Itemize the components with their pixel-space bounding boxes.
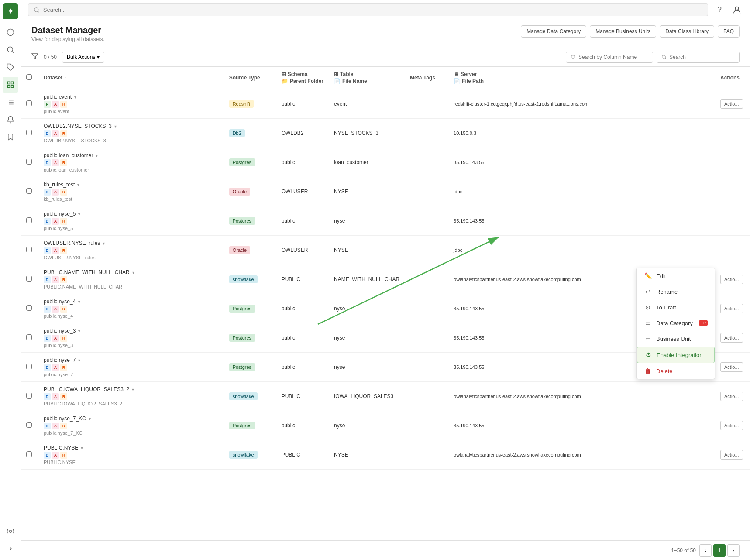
th-schema[interactable]: ⊞ Schema 📁 Parent Folder: [276, 67, 329, 89]
actions-button[interactable]: Actio...: [720, 99, 743, 109]
row-checkbox[interactable]: [26, 217, 32, 223]
select-all-checkbox[interactable]: [26, 74, 32, 80]
row-checkbox[interactable]: [26, 159, 32, 165]
expand-chevron[interactable]: ▾: [78, 329, 80, 333]
search-column-input[interactable]: [578, 54, 644, 60]
sidebar-item-explore[interactable]: [3, 42, 18, 58]
row-checkbox[interactable]: [26, 276, 32, 282]
row-checkbox[interactable]: [26, 393, 32, 399]
actions-button[interactable]: Actio...: [720, 392, 743, 401]
menu-item-label: Delete: [656, 368, 673, 374]
svg-line-22: [574, 58, 575, 59]
actions-button[interactable]: Actio...: [720, 304, 743, 313]
sidebar-expand-button[interactable]: [3, 541, 18, 557]
metatags-cell: [405, 382, 448, 411]
tag-badge: R: [60, 423, 67, 429]
expand-chevron[interactable]: ▾: [103, 241, 105, 246]
table-cell: nyse: [329, 323, 405, 353]
svg-point-21: [571, 55, 575, 59]
expand-chevron[interactable]: ▾: [77, 182, 79, 187]
sidebar-item-tag[interactable]: [3, 59, 18, 75]
context-menu-item[interactable]: ↩Rename: [637, 284, 715, 299]
bulk-actions-button[interactable]: Bulk Actions ▾: [62, 52, 104, 63]
row-checkbox[interactable]: [26, 247, 32, 252]
actions-button[interactable]: Actio...: [720, 421, 743, 430]
manage-data-category-button[interactable]: Manage Data Category: [521, 25, 586, 38]
actions-button[interactable]: Actio...: [720, 333, 743, 343]
tag-badge: R: [60, 247, 67, 254]
th-dataset[interactable]: Dataset ↑: [38, 67, 224, 89]
row-checkbox[interactable]: [26, 364, 32, 369]
svg-point-3: [7, 47, 13, 52]
th-server[interactable]: 🖥 Server 📄 File Path: [448, 67, 715, 89]
context-menu-item[interactable]: ⊙To Draft: [637, 299, 715, 315]
expand-chevron[interactable]: ▾: [132, 270, 134, 275]
search-box[interactable]: [657, 52, 740, 63]
metatags-cell: [405, 323, 448, 353]
server-cell: owlanalyticspartner.us-east-2.aws.snowfl…: [448, 440, 715, 470]
expand-chevron[interactable]: ▾: [89, 416, 91, 421]
global-search-box[interactable]: [28, 3, 708, 16]
sidebar-item-grid[interactable]: [3, 77, 18, 93]
search-column-box[interactable]: [566, 52, 653, 63]
actions-button[interactable]: Actio...: [720, 362, 743, 372]
actions-button[interactable]: Actio...: [720, 275, 743, 284]
row-checkbox[interactable]: [26, 305, 32, 311]
sidebar-item-settings[interactable]: [3, 523, 18, 539]
help-icon[interactable]: ?: [713, 4, 726, 16]
row-checkbox[interactable]: [26, 422, 32, 428]
action-cell: Actio...: [715, 440, 750, 470]
th-table[interactable]: ⊞ Table 📄 File Name: [329, 67, 405, 89]
manage-business-units-button[interactable]: Manage Business Units: [590, 25, 656, 38]
row-checkbox[interactable]: [26, 130, 32, 135]
row-checkbox[interactable]: [26, 334, 32, 340]
table-row: OWLDB2.NYSE_STOCKS_3 ▾ DAR OWLDB2.NYSE_S…: [21, 119, 750, 148]
sidebar-item-list[interactable]: [3, 94, 18, 110]
sidebar-item-saved[interactable]: [3, 129, 18, 145]
action-cell: [715, 236, 750, 265]
th-meta-tags[interactable]: Meta Tags: [405, 67, 448, 89]
context-menu-item[interactable]: 🗑Delete: [637, 363, 715, 379]
row-checkbox[interactable]: [26, 451, 32, 457]
search-input[interactable]: [669, 54, 735, 60]
dataset-name: PUBLIC.IOWA_LIQUOR_SALES3_2 ▾: [44, 386, 219, 392]
filter-icon[interactable]: [31, 53, 38, 62]
server-cell: redshift-cluster-1.cctgcqxphjfd.us-east-…: [448, 89, 715, 119]
context-menu-item[interactable]: ▭Data CategoryTP: [637, 315, 715, 331]
expand-chevron[interactable]: ▾: [114, 124, 117, 129]
app-logo[interactable]: ✦: [3, 3, 18, 19]
faq-button[interactable]: FAQ: [718, 25, 740, 38]
expand-chevron[interactable]: ▾: [132, 387, 134, 392]
prev-page-button[interactable]: ‹: [699, 544, 712, 557]
expand-chevron[interactable]: ▾: [96, 153, 98, 158]
tag-badge: R: [60, 276, 67, 283]
context-menu-item[interactable]: ⚙Enable Integration: [637, 347, 715, 363]
dataset-name: public.event ▾: [44, 94, 219, 100]
actions-button[interactable]: Actio...: [720, 450, 743, 460]
row-checkbox-cell: [21, 382, 38, 411]
global-search-input[interactable]: [43, 7, 702, 13]
expand-chevron[interactable]: ▾: [78, 212, 80, 216]
user-icon[interactable]: [731, 4, 743, 16]
sidebar-item-notifications[interactable]: [3, 112, 18, 127]
th-source-type[interactable]: Source Type: [224, 67, 276, 89]
dataset-name: public.nyse_3 ▾: [44, 328, 219, 334]
tag-badge: D: [44, 130, 51, 137]
sidebar-item-home[interactable]: [3, 24, 18, 40]
next-page-button[interactable]: ›: [727, 544, 740, 557]
context-menu-item[interactable]: ✏️Edit: [637, 268, 715, 284]
page-1-button[interactable]: 1: [713, 544, 726, 557]
tag-badge: R: [60, 218, 67, 225]
schema-cell: public: [276, 294, 329, 323]
expand-chevron[interactable]: ▾: [78, 299, 80, 304]
expand-chevron[interactable]: ▾: [78, 358, 80, 363]
expand-chevron[interactable]: ▾: [74, 95, 76, 100]
dataset-name: PUBLIC.NYSE ▾: [44, 445, 219, 451]
context-menu-item[interactable]: ▭Business Unit: [637, 331, 715, 347]
data-class-library-button[interactable]: Data Class Library: [660, 25, 714, 38]
expand-chevron[interactable]: ▾: [81, 446, 83, 450]
server-cell: 35.190.143.55: [448, 148, 715, 177]
row-checkbox[interactable]: [26, 100, 32, 106]
th-select-all[interactable]: [21, 67, 38, 89]
row-checkbox[interactable]: [26, 188, 32, 194]
